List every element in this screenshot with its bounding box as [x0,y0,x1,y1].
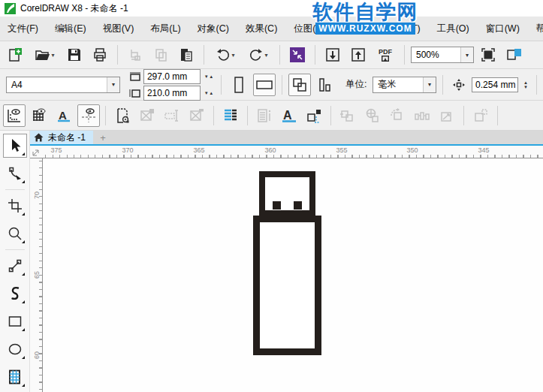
horizontal-ruler[interactable]: 375 370 365 360 355 350 345 [43,146,543,158]
freehand-tool[interactable] [3,254,27,278]
document-tab-untitled[interactable]: 未命名 -1 [47,131,93,144]
landscape-button[interactable] [253,74,276,96]
cut-button [124,44,146,66]
hruler-label: 360 [264,146,276,154]
welcome-screen-button[interactable] [286,44,309,66]
units-dropdown-caret[interactable]: ▾ [423,77,436,92]
new-tab-button[interactable]: + [93,131,113,144]
page-size-preset-value[interactable]: A4 [7,77,107,92]
redo-button[interactable]: ▾ [243,44,273,66]
publish-to-pdf-button[interactable]: PDF [373,44,398,66]
crop-tool-icon [7,198,23,214]
units-combobox[interactable]: 毫米 ▾ [373,77,436,93]
page-height-field[interactable]: 210.0 mm [143,86,201,101]
shape-tool[interactable] [3,161,27,185]
all-pages-button[interactable] [288,74,311,96]
undo-icon [216,47,231,62]
full-screen-preview-button[interactable] [477,44,499,66]
baseline-grid-toggle[interactable]: A [53,104,75,127]
text-cursor-icon-disabled [163,107,181,125]
order-objects-button [469,104,492,127]
usb-drawing-body[interactable] [253,216,321,355]
page-settings-button[interactable] [111,104,134,127]
menu-file[interactable]: 文件(F) [8,23,38,35]
drawing-canvas[interactable] [43,158,543,392]
ellipse-tool[interactable] [3,337,27,361]
property-bar: A4 ▾ 297.0 mm ▾▴ 210.0 mm ▾▴ [0,69,543,101]
new-document-icon [6,47,23,63]
new-document-button[interactable] [3,44,26,66]
vertical-ruler[interactable]: 70 65 60 [30,158,43,392]
show-rulers-toggle[interactable] [3,104,26,127]
usb-drawing-connector[interactable] [259,171,315,216]
menu-edit[interactable]: 编辑(E) [55,23,86,35]
menu-help[interactable]: 帮助(H) [536,23,543,35]
text-properties-icon: A [280,107,298,125]
page-width-field[interactable]: 297.0 mm [143,69,201,84]
toolbar-divider [404,45,405,65]
nudge-offset-field[interactable]: 0.254 mm [472,77,518,92]
preset-dropdown-caret[interactable]: ▾ [107,77,119,92]
welcome-screen-icon [289,47,306,63]
show-grid-toggle[interactable] [28,104,50,127]
menu-text[interactable]: 文本(X) [342,23,373,35]
text-flow-button[interactable] [219,104,242,127]
menu-view[interactable]: 视图(V) [103,23,134,35]
save-button[interactable] [63,44,86,66]
open-dropdown-caret[interactable]: ▾ [51,52,54,59]
current-page-button[interactable] [314,74,336,96]
nudge-offset-spinner[interactable]: ▲▼ [521,80,530,89]
import-icon [324,47,341,63]
paste-button[interactable] [175,44,198,66]
flyout-indicator [22,356,25,359]
page-width-icon [129,72,141,81]
menu-effects[interactable]: 效果(C) [246,23,277,35]
show-rulers-toggle-button[interactable] [502,44,525,66]
rectangle-tool[interactable] [3,309,27,333]
menu-window[interactable]: 窗口(W) [486,23,520,35]
object-outline-button[interactable] [303,104,325,127]
zoom-dropdown-caret[interactable]: ▾ [460,47,473,62]
redo-dropdown-caret[interactable]: ▾ [264,52,267,59]
undo-button[interactable]: ▾ [210,44,240,66]
menu-layout[interactable]: 布局(L) [150,23,180,35]
undo-dropdown-caret[interactable]: ▾ [231,52,234,59]
export-button[interactable] [347,44,370,66]
artistic-media-tool[interactable] [3,282,27,306]
ruler-origin[interactable] [30,146,43,158]
hruler-label: 355 [336,146,347,154]
guidelines-toggle[interactable] [77,104,100,127]
toolbar-divider [247,106,248,125]
page-height-spinner[interactable]: ▾▴ [203,90,215,96]
crop-tool[interactable] [3,194,27,218]
pick-tool[interactable] [3,134,27,158]
toolbox [0,131,30,392]
svg-text:A: A [59,109,67,122]
zoom-tool[interactable] [3,222,27,246]
page-width-spinner[interactable]: ▾▴ [203,74,215,80]
import-button[interactable] [321,44,344,66]
units-value[interactable]: 毫米 [373,77,423,92]
zoom-levels-combobox[interactable]: 500% ▾ [411,47,474,63]
menu-tools[interactable]: 工具(O) [437,23,469,35]
open-button[interactable]: ▾ [29,44,60,66]
zoom-level-value[interactable]: 500% [412,47,460,62]
text-properties-button[interactable]: A [278,104,300,127]
ruler-origin-icon [32,148,41,156]
menu-bitmaps[interactable]: 位图(B) [294,23,325,35]
page-size-preset-combobox[interactable]: A4 ▾ [6,77,120,93]
print-button[interactable] [89,44,111,66]
portrait-button[interactable] [228,74,250,96]
home-tab-button[interactable] [30,131,47,144]
menu-object[interactable]: 对象(C) [198,23,229,35]
table-tool[interactable] [3,365,27,389]
usb-drawing-pin-right[interactable] [294,201,302,210]
usb-drawing-pin-left[interactable] [273,201,281,210]
coreldraw-window: CorelDRAW X8 - 未命名 -1 文件(F) 编辑(E) 视图(V) … [0,0,543,392]
toolbox-divider [5,189,25,190]
toolbar-divider [279,45,280,65]
hruler-label: 350 [406,146,418,154]
menu-table[interactable]: 表格(T) [390,23,421,35]
flyout-indicator [22,384,25,387]
distribute-objects-button [411,104,433,127]
